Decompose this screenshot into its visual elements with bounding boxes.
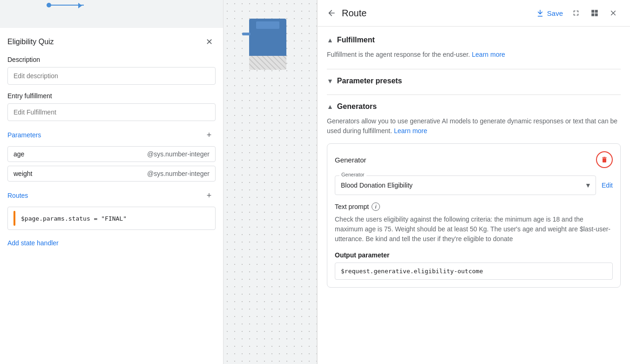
- delete-icon: [601, 156, 608, 163]
- param-name-1: weight: [14, 170, 32, 177]
- delete-generator-button[interactable]: [596, 151, 613, 168]
- editor-panel: Eligibility Quiz ✕ Description Entry ful…: [0, 28, 223, 364]
- prompt-text: Check the users eligibility against the …: [335, 215, 613, 244]
- generator-card-title: Generator: [335, 156, 366, 164]
- panel-title: Eligibility Quiz: [7, 38, 54, 46]
- add-parameter-button[interactable]: +: [203, 128, 216, 142]
- back-arrow-icon: [327, 8, 336, 18]
- svg-rect-0: [538, 16, 543, 17]
- generators-learn-more-link[interactable]: Learn more: [394, 127, 427, 135]
- route-indicator: [14, 211, 15, 226]
- grid-icon: [590, 9, 599, 17]
- node-left-tab: [242, 33, 251, 35]
- right-panel: Route Save: [317, 0, 630, 364]
- fulfillment-chevron-icon[interactable]: ▲: [327, 36, 333, 44]
- close-panel-button[interactable]: [606, 6, 621, 20]
- header-icons: [569, 6, 621, 20]
- output-param-label: Output parameter: [335, 251, 613, 259]
- routes-label: Routes: [7, 192, 28, 199]
- fulfillment-learn-more-link[interactable]: Learn more: [472, 51, 505, 58]
- back-button[interactable]: [327, 8, 336, 18]
- description-input[interactable]: [7, 67, 216, 85]
- node-top-bar: [256, 21, 279, 29]
- parameter-presets-header: ▼ Parameter presets: [327, 77, 621, 85]
- divider-1: [327, 69, 621, 69]
- table-row: weight @sys.number-integer: [7, 166, 216, 182]
- fulfillment-description: Fulfillment is the agent response for th…: [327, 50, 621, 60]
- parameters-list: age @sys.number-integer weight @sys.numb…: [7, 146, 216, 182]
- generator-select-row: Generator Blood Donation Eligibility ▼ E…: [335, 175, 613, 195]
- parameters-section-row: Parameters +: [7, 128, 216, 142]
- generator-card-header: Generator: [335, 151, 613, 168]
- fulfillment-section: ▲ Fulfillment Fulfillment is the agent r…: [327, 36, 621, 60]
- add-route-button[interactable]: +: [203, 189, 216, 202]
- canvas-node: [237, 9, 293, 70]
- param-type-0: @sys.number-integer: [147, 150, 210, 158]
- save-button[interactable]: Save: [536, 9, 563, 17]
- left-panel: Eligibility Quiz ✕ Description Entry ful…: [0, 0, 224, 364]
- fulfillment-header: ▲ Fulfillment: [327, 36, 621, 44]
- info-icon[interactable]: i: [372, 202, 380, 211]
- route-condition-0: $page.params.status = "FINAL": [21, 215, 127, 222]
- panel-header: Eligibility Quiz ✕: [7, 35, 216, 48]
- output-param-input[interactable]: [335, 263, 613, 280]
- node-bottom-hatch: [249, 56, 286, 70]
- generators-header: ▲ Generators: [327, 102, 621, 111]
- save-label: Save: [547, 9, 563, 17]
- routes-list: $page.params.status = "FINAL": [7, 207, 216, 230]
- param-type-1: @sys.number-integer: [147, 170, 210, 177]
- grid-button[interactable]: [587, 6, 602, 20]
- flow-arrow: [78, 3, 82, 8]
- description-label: Description: [7, 56, 216, 63]
- generators-description: Generators allow you to use generative A…: [327, 116, 621, 136]
- canvas-area: [224, 0, 317, 364]
- entry-fulfillment-label: Entry fulfillment: [7, 92, 216, 100]
- fullscreen-icon: [572, 9, 580, 17]
- text-prompt-row: Text prompt i: [335, 202, 613, 211]
- parameter-presets-heading: Parameter presets: [337, 77, 402, 85]
- save-icon: [536, 9, 544, 17]
- right-header: Route Save: [318, 0, 630, 27]
- node-card: [249, 19, 286, 61]
- edit-generator-button[interactable]: Edit: [602, 182, 613, 189]
- close-button[interactable]: ✕: [203, 35, 216, 48]
- text-prompt-label: Text prompt: [335, 203, 369, 210]
- add-state-handler-button[interactable]: Add state handler: [7, 237, 59, 249]
- generator-select-label: Generator: [339, 172, 366, 177]
- param-name-0: age: [14, 150, 24, 158]
- generator-select[interactable]: Blood Donation Eligibility: [335, 175, 596, 195]
- generators-section: ▲ Generators Generators allow you to use…: [327, 102, 621, 288]
- routes-section-row: Routes +: [7, 189, 216, 202]
- parameter-presets-chevron-icon[interactable]: ▼: [327, 77, 333, 85]
- generator-select-wrapper: Generator Blood Donation Eligibility ▼: [335, 175, 596, 195]
- parameters-label: Parameters: [7, 131, 41, 139]
- table-row: age @sys.number-integer: [7, 146, 216, 162]
- fullscreen-button[interactable]: [569, 6, 583, 20]
- list-item[interactable]: $page.params.status = "FINAL": [7, 207, 216, 230]
- fulfillment-heading: Fulfillment: [337, 36, 375, 44]
- generators-chevron-icon[interactable]: ▲: [327, 103, 333, 110]
- close-icon: [609, 9, 617, 17]
- divider-2: [327, 94, 621, 95]
- route-title: Route: [342, 8, 530, 19]
- right-content: ▲ Fulfillment Fulfillment is the agent r…: [318, 27, 630, 364]
- entry-fulfillment-input[interactable]: [7, 103, 216, 121]
- flow-area: [0, 0, 223, 28]
- generators-heading: Generators: [337, 102, 377, 111]
- parameter-presets-section: ▼ Parameter presets: [327, 77, 621, 85]
- generator-card: Generator Generator Blood Donation Eligi…: [327, 143, 621, 288]
